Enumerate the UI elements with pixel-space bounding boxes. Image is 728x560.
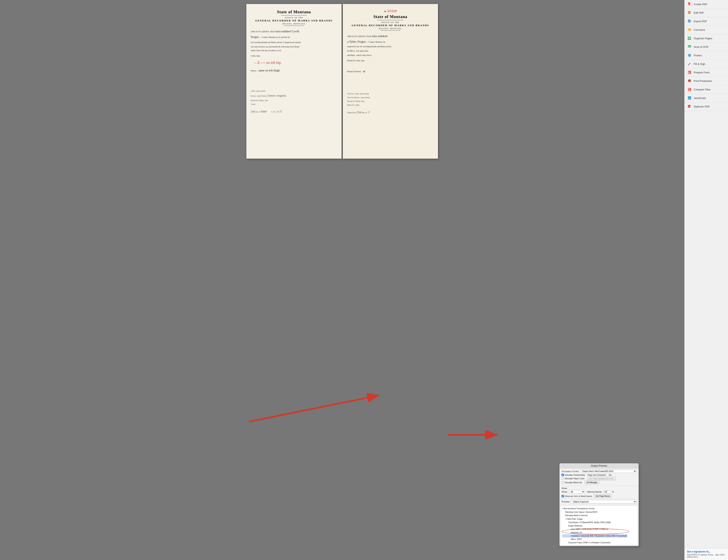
page1-horses-brand-label: horses, same brand — [251, 95, 266, 97]
fill-sign-icon — [687, 62, 692, 66]
set-page-bg-button[interactable]: Set Page Background Color — [587, 477, 616, 480]
sidebar-item-edit-pdf[interactable]: PDF Edit PDF — [685, 9, 728, 17]
tree-item-3: Filled Path: Image — [567, 518, 583, 520]
edit-pdf-icon: PDF — [687, 11, 692, 15]
javascript-label: JavaScript — [694, 97, 706, 100]
page1-ad: A. D., 191 — [271, 111, 279, 113]
simulate-overprinting-label: Simulate Overprinting — [562, 474, 585, 476]
page2-vent-horses: Vent for Horses, same brand — [347, 96, 434, 99]
scan-ocr-icon: OCR — [687, 45, 692, 49]
svg-text:PDF: PDF — [688, 4, 690, 5]
sidebar-item-fill-sign[interactable]: Fill & Sign — [685, 60, 728, 68]
page2-sheep-label: Brand for Sheep, thus — [347, 99, 434, 103]
sidebar-item-create-pdf[interactable]: PDF Create PDF — [685, 0, 728, 9]
simulate-overprinting-checkbox[interactable] — [562, 474, 564, 476]
sidebar-item-protect[interactable]: 🔒 Protect — [685, 51, 728, 60]
tree-item-2: Blending Mode is Normal — [565, 514, 588, 517]
page2-sole-text: sole and exclus — [356, 50, 368, 52]
svg-rect-23 — [688, 72, 689, 72]
sidebar-item-optimize-pdf[interactable]: PDF Optimize PDF — [685, 102, 728, 111]
tree-item-10: Overprint=False OPM=1 ri=Relative Colori… — [568, 542, 611, 544]
svg-text:🔒: 🔒 — [689, 55, 691, 56]
page2-location: Helena, Montana — [347, 28, 434, 30]
tree-item-9: filters: JPEG — [571, 538, 582, 540]
document-page-2: No. 55328 State of Montana Office of the… — [343, 4, 438, 159]
page1-location: Helena, Montana — [251, 23, 337, 25]
page2-handwritten-2: his 2. — [350, 49, 356, 52]
javascript-icon: JS — [687, 96, 692, 100]
page2-month-hand: J — [368, 111, 370, 114]
svg-text:JS: JS — [688, 97, 690, 99]
simulate-paper-color-checkbox[interactable] — [562, 477, 564, 480]
page2-doc-number-value: 55328 — [387, 10, 397, 13]
page1-dash: — — [259, 36, 262, 38]
svg-rect-15 — [690, 37, 691, 38]
svg-rect-10 — [688, 29, 691, 31]
page1-paid-fee: paid the fee — [281, 36, 290, 38]
preview-label: Preview: — [562, 500, 570, 503]
simulate-black-ink-label: Simulate Black Ink — [562, 481, 582, 484]
sidebar-item-print-production[interactable]: Print Production — [685, 77, 728, 85]
page2-for-text: for — [347, 50, 350, 52]
svg-text:PDF: PDF — [688, 12, 690, 13]
svg-text:PDF: PDF — [688, 21, 690, 22]
simulate-black-ink-checkbox[interactable] — [562, 481, 564, 484]
tree-item-4: ColorSpace: ICCBasedRGB, Adobe RGB (1998… — [568, 521, 611, 523]
set-page-boxes-button[interactable]: Set Page Boxes — [594, 494, 612, 498]
page1-year: 5 — [280, 110, 282, 113]
show-select[interactable]: All — [569, 490, 585, 494]
show-art-trim-checkbox[interactable] — [562, 495, 564, 497]
scan-ocr-label: Scan & OCR — [694, 45, 708, 48]
warning-opacity-input[interactable] — [603, 490, 611, 493]
svg-rect-5 — [690, 2, 691, 3]
page1-footer-month: June — [261, 110, 267, 113]
output-preview-panel: Output Preview Simulation Profile: Outpu… — [559, 463, 639, 546]
page1-footer-date-pre: 2nd — [251, 110, 255, 113]
preview-select[interactable]: Object Inspector — [571, 500, 637, 503]
page1-recording-text: for recording Brands and Marks and ha — [251, 41, 282, 43]
organize-pages-label: Organize Pages — [694, 37, 712, 40]
page2-county-text: County, Montana, ha — [369, 41, 385, 43]
page2-handwritten-name: miss mildred — [372, 33, 387, 39]
page1-brand-symbol: —Z—< on left hip — [254, 59, 281, 66]
sidebar-item-comment[interactable]: Comment — [685, 26, 728, 34]
sidebar-item-scan-ocr[interactable]: OCR Scan & OCR — [685, 43, 728, 51]
show-label: Show: — [562, 491, 568, 493]
show-section-label: Show — [562, 487, 637, 489]
page-has-overprint-value: No — [609, 474, 611, 476]
sidebar-item-organize-pages[interactable]: Organize Pages — [685, 34, 728, 43]
page1-recorder-line: General Recorder of Marks and Brands — [251, 19, 337, 22]
svg-line-37 — [690, 106, 691, 106]
page1-recorded-text: which I have this day recorded, to-wit: — [251, 49, 337, 52]
page2-vent-cattle: Vent for Cattle, same brand — [347, 92, 434, 96]
sidebar-item-compare-files[interactable]: Compare Files — [685, 85, 728, 94]
page2-state-title: State of Montana — [347, 14, 434, 19]
page1-sheep-label: Brand for Sheep, thus — [251, 99, 268, 102]
page2-recorder-line: General Recorder of Marks and Brands — [347, 24, 434, 27]
warning-opacity-label: Warning Opacity: — [587, 491, 602, 493]
object-inspector-tree: • Non-knockout Transparency Group Blendi… — [560, 505, 638, 545]
page1-office-of: Office of the — [251, 17, 337, 19]
page2-required-text: required by law for recording Brands and… — [347, 45, 391, 48]
svg-rect-14 — [688, 37, 689, 38]
sidebar-item-javascript[interactable]: JS JavaScript — [685, 94, 728, 102]
ink-manager-button[interactable]: Ink Manager — [585, 481, 599, 484]
page2-doc-number: No. 55328 — [347, 10, 434, 13]
svg-rect-31 — [690, 88, 691, 91]
page2-county-of: of — [347, 41, 349, 43]
prepare-form-icon — [687, 70, 692, 75]
protect-label: Protect — [694, 54, 702, 57]
tree-item-8-highlight: resolution: horizontal 408.719 pixels/in… — [571, 535, 627, 537]
create-pdf-label: Create PDF — [694, 3, 707, 6]
sidebar-item-prepare-form[interactable]: Prepare Form — [685, 68, 728, 77]
svg-rect-27 — [689, 79, 691, 80]
tree-item-1: Blending Color Space: DeviceCMYK — [565, 511, 597, 513]
export-pdf-icon: PDF — [687, 19, 692, 23]
page1-cattle2-label: cattle, same brand — [251, 90, 265, 92]
page2-certify-text: THIS IS TO CERTIFY, That — [347, 35, 371, 38]
simulation-profile-select[interactable]: Output Intent: MooCoated320-2020 — [580, 470, 637, 473]
page1-adopted-text: adopted and claimed — [284, 41, 301, 43]
page1-certify-text: THIS IS TO CERTIFY, That — [251, 30, 275, 34]
svg-rect-30 — [688, 88, 689, 91]
sidebar-item-export-pdf[interactable]: PDF Export PDF — [685, 17, 728, 26]
